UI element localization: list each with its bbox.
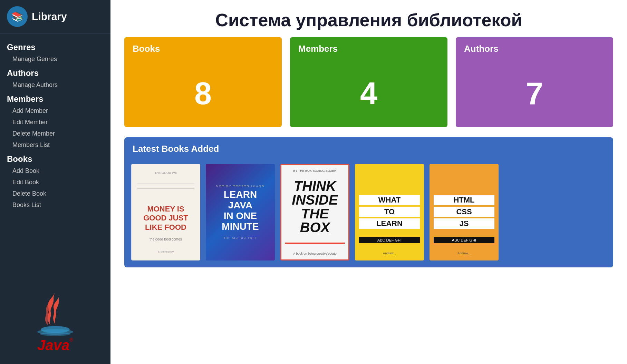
nav-item-add-member[interactable]: Add Member: [0, 105, 110, 117]
book-what-author: Andrew...: [359, 252, 420, 255]
book-think-underline: [285, 243, 345, 244]
book-think-title: THINKINSIDETHE BOX: [285, 179, 345, 234]
book-cover-html[interactable]: HTML CSS JS ABC DEF GHI Andrew...: [430, 164, 499, 260]
book-java-top: NOT BY TRESTGUMAND: [216, 185, 264, 188]
book-think-sub: A book on being creative'potato: [285, 252, 345, 255]
java-text: Java: [37, 337, 69, 354]
nav-item-add-book[interactable]: Add Book: [0, 165, 110, 177]
latest-books-header: Latest Books Added: [124, 137, 613, 160]
book-html-word-2: CSS: [434, 207, 494, 217]
book-what-word-2: TO: [359, 207, 420, 217]
book-html-author: Andrew...: [434, 252, 494, 255]
book-think-header: BY THE BOX BOXING BOXER: [285, 169, 345, 173]
stat-card-authors[interactable]: Authors 7: [456, 37, 613, 127]
stat-card-authors-count: 7: [456, 60, 613, 127]
stat-card-members[interactable]: Members 4: [290, 37, 447, 127]
nav-item-manage-authors[interactable]: Manage Authors: [0, 79, 110, 91]
book-money-sub: the good food comes: [137, 237, 194, 241]
main-header: Система управления библиотекой: [110, 0, 627, 37]
sidebar: 📚 Library Genres Manage Genres Authors M…: [0, 0, 110, 364]
line-1: [137, 184, 194, 184]
book-money-header: THE GOOD WE: [137, 171, 194, 175]
book-money-title: MONEY IS GOOD JUST LIKE FOOD: [137, 205, 194, 232]
nav-section-books: Books: [0, 151, 110, 165]
main-content: Система управления библиотекой Books 8 M…: [110, 0, 627, 364]
book-what-word-3: LEARN: [359, 218, 420, 229]
nav-item-manage-genres[interactable]: Manage Genres: [0, 53, 110, 65]
stats-row: Books 8 Members 4 Authors 7: [110, 37, 627, 137]
svg-point-2: [40, 332, 70, 336]
book-what-word-1: WHAT: [359, 195, 420, 205]
java-logo-container: Java ®: [0, 282, 110, 364]
book-html-badge: ABC DEF GHI: [434, 237, 494, 243]
book-html-word-3: JS: [434, 218, 494, 229]
nav-item-edit-book[interactable]: Edit Book: [0, 177, 110, 188]
stat-card-authors-label: Authors: [456, 37, 613, 60]
book-cover-what[interactable]: WHAT TO LEARN ABC DEF GHI Andrew...: [355, 164, 424, 260]
book-java-title: LEARNJAVAIN ONEMINUTE: [222, 189, 259, 232]
line-2: [137, 186, 194, 186]
library-logo-icon: 📚: [7, 6, 28, 27]
sidebar-logo-text: Library: [32, 11, 67, 22]
book-cover-think[interactable]: BY THE BOX BOXING BOXER THINKINSIDETHE B…: [280, 164, 349, 260]
page-title: Система управления библиотекой: [124, 10, 613, 30]
line-3: [137, 188, 194, 189]
book-money-author: & Somebody: [137, 250, 194, 253]
book-cover-money[interactable]: THE GOOD WE MONEY IS GOOD JUST LIKE FOOD…: [131, 164, 200, 260]
nav-item-delete-book[interactable]: Delete Book: [0, 188, 110, 199]
book-cover-java[interactable]: NOT BY TRESTGUMAND LEARNJAVAIN ONEMINUTE…: [206, 164, 275, 260]
books-row: THE GOOD WE MONEY IS GOOD JUST LIKE FOOD…: [124, 160, 613, 260]
nav-item-members-list[interactable]: Members List: [0, 139, 110, 151]
nav-item-edit-member[interactable]: Edit Member: [0, 117, 110, 128]
nav-section-members: Members: [0, 91, 110, 105]
stat-card-books-count: 8: [124, 60, 282, 127]
java-tm: ®: [70, 337, 73, 343]
stat-card-members-label: Members: [290, 37, 447, 60]
stat-card-books[interactable]: Books 8: [124, 37, 282, 127]
sidebar-nav: Genres Manage Genres Authors Manage Auth…: [0, 33, 110, 282]
sidebar-logo: 📚 Library: [0, 0, 110, 33]
book-html-word-1: HTML: [434, 195, 494, 205]
nav-section-genres: Genres: [0, 39, 110, 53]
nav-item-delete-member[interactable]: Delete Member: [0, 128, 110, 139]
nav-item-books-list[interactable]: Books List: [0, 199, 110, 211]
java-flame-icon: [31, 289, 79, 337]
book-money-lines: [137, 184, 194, 189]
book-html-top-space: [434, 169, 494, 180]
book-what-top-space: [359, 169, 420, 180]
java-text-container: Java ®: [37, 337, 73, 354]
book-what-badge: ABC DEF GHI: [359, 237, 420, 243]
nav-section-authors: Authors: [0, 65, 110, 79]
stat-card-books-label: Books: [124, 37, 282, 60]
book-java-footer: THE ALA BLA TRET: [223, 236, 257, 240]
book-what-title: WHAT TO LEARN: [359, 195, 420, 229]
stat-card-members-count: 4: [290, 60, 447, 127]
latest-books-section: Latest Books Added THE GOOD WE MONEY IS …: [124, 137, 613, 267]
book-html-title: HTML CSS JS: [434, 195, 494, 229]
